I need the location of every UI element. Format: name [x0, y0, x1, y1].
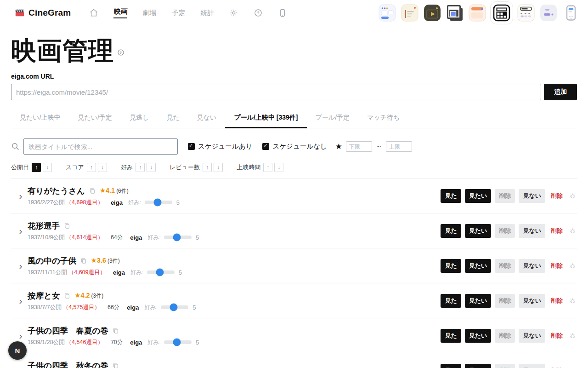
sort-desc-button[interactable]: ↓	[274, 163, 283, 172]
slider-handle[interactable]	[173, 339, 181, 346]
preference-slider[interactable]	[164, 340, 192, 344]
tab[interactable]: 見ない	[188, 108, 226, 128]
app-thumb-notes[interactable]	[400, 3, 419, 23]
expand-chevron-icon[interactable]	[17, 331, 25, 340]
sort-desc-button[interactable]: ↓	[98, 163, 107, 172]
app-thumb-video-player[interactable]	[423, 3, 442, 23]
preference-slider[interactable]	[147, 270, 175, 274]
watched-button[interactable]: 見た	[441, 294, 461, 308]
eiga-source-link[interactable]: eiga	[130, 339, 142, 346]
eiga-source-link[interactable]: eiga	[127, 304, 139, 311]
expand-chevron-icon[interactable]	[17, 296, 25, 305]
preference-slider[interactable]	[161, 305, 188, 309]
rating-min-input[interactable]	[346, 141, 372, 152]
not-watch-button[interactable]: 見ない	[519, 294, 545, 308]
add-button[interactable]: 追加	[544, 84, 577, 100]
title-search-input[interactable]	[23, 138, 178, 155]
remove-button[interactable]: 削除	[495, 294, 515, 308]
copy-icon[interactable]	[64, 223, 70, 229]
expand-chevron-icon[interactable]	[17, 226, 25, 236]
expand-chevron-icon[interactable]	[17, 191, 25, 201]
sort-desc-button[interactable]: ↓	[214, 163, 223, 172]
slider-handle[interactable]	[153, 199, 161, 207]
tab[interactable]: 見たい/上映中	[11, 108, 69, 128]
watched-button[interactable]: 見た	[441, 329, 461, 343]
not-watch-button[interactable]: 見ない	[519, 329, 545, 343]
app-thumb-browser[interactable]	[468, 3, 487, 23]
not-watch-button[interactable]: 見ない	[519, 189, 545, 203]
watched-button[interactable]: 見た	[441, 224, 461, 238]
tab[interactable]: 見た	[158, 108, 188, 128]
expand-chevron-icon[interactable]	[17, 261, 25, 270]
delete-button[interactable]: 削除	[549, 364, 565, 368]
remove-button[interactable]: 削除	[495, 224, 515, 238]
not-watch-button[interactable]: 見ない	[519, 224, 545, 238]
mobile-phone-icon[interactable]	[278, 8, 287, 17]
title-help-icon[interactable]: ?	[117, 49, 124, 56]
delete-button[interactable]: 削除	[549, 259, 565, 273]
want-to-watch-button[interactable]: 見たい	[465, 329, 492, 343]
eiga-url-input[interactable]	[11, 84, 541, 100]
tab[interactable]: プール/上映中 [339件]	[225, 108, 306, 128]
nav-item-movies[interactable]: 映画	[113, 7, 127, 18]
delete-button[interactable]: 削除	[549, 224, 565, 238]
eiga-source-link[interactable]: eiga	[111, 199, 123, 206]
copy-icon[interactable]	[80, 258, 87, 264]
copy-icon[interactable]	[64, 293, 70, 299]
bug-debug-icon[interactable]	[569, 332, 576, 339]
copy-icon[interactable]	[89, 188, 96, 194]
app-thumb-mobile[interactable]	[561, 3, 581, 23]
remove-button[interactable]: 削除	[495, 329, 515, 343]
remove-button[interactable]: 削除	[495, 189, 515, 203]
nav-item-stats[interactable]: 統計	[200, 9, 214, 17]
watched-button[interactable]: 見た	[441, 259, 461, 273]
nav-item-schedule[interactable]: 予定	[171, 9, 185, 17]
watched-button[interactable]: 見た	[441, 364, 461, 368]
want-to-watch-button[interactable]: 見たい	[465, 189, 492, 203]
want-to-watch-button[interactable]: 見たい	[465, 224, 492, 238]
remove-button[interactable]: 削除	[495, 364, 515, 368]
tab[interactable]: 見逃し	[121, 108, 158, 128]
delete-button[interactable]: 削除	[549, 189, 565, 203]
not-watch-button[interactable]: 見ない	[519, 259, 545, 273]
sort-asc-button[interactable]: ↑	[136, 163, 145, 172]
eiga-source-link[interactable]: eiga	[130, 234, 142, 241]
tab[interactable]: マッチ待ち	[358, 108, 408, 128]
settings-gear-icon[interactable]	[229, 8, 238, 17]
sort-asc-button[interactable]: ↑	[203, 163, 212, 172]
bug-debug-icon[interactable]	[569, 262, 576, 269]
want-to-watch-button[interactable]: 見たい	[465, 364, 492, 368]
copy-icon[interactable]	[113, 328, 119, 334]
app-thumb-table[interactable]	[516, 3, 536, 23]
app-thumb-cards[interactable]	[539, 3, 558, 23]
tab[interactable]: プール/予定	[307, 108, 359, 128]
sort-asc-button[interactable]: ↑	[87, 163, 96, 172]
checkbox-schedule-yes[interactable]: スケジュールあり	[188, 142, 252, 151]
sort-desc-button[interactable]: ↓	[147, 163, 156, 172]
slider-handle[interactable]	[170, 304, 178, 311]
want-to-watch-button[interactable]: 見たい	[465, 294, 492, 308]
bug-debug-icon[interactable]	[569, 227, 576, 234]
preference-slider[interactable]	[164, 236, 192, 239]
slider-handle[interactable]	[156, 269, 164, 276]
copy-icon[interactable]	[113, 362, 119, 368]
preference-slider[interactable]	[145, 201, 172, 204]
slider-handle[interactable]	[173, 234, 181, 242]
sort-desc-button[interactable]: ↓	[43, 163, 52, 172]
bug-debug-icon[interactable]	[569, 192, 576, 199]
home-icon[interactable]	[89, 8, 98, 17]
nav-item-theaters[interactable]: 劇場	[142, 9, 156, 17]
tab[interactable]: 見たい/予定	[69, 108, 121, 128]
want-to-watch-button[interactable]: 見たい	[465, 259, 492, 273]
delete-button[interactable]: 削除	[549, 294, 565, 308]
floating-badge[interactable]: N	[8, 341, 27, 360]
app-thumb-grid-active[interactable]	[490, 1, 513, 24]
sort-asc-button[interactable]: ↑	[32, 163, 41, 172]
bug-debug-icon[interactable]	[569, 297, 576, 304]
checkbox-schedule-no[interactable]: スケジュールなし	[262, 142, 327, 151]
eiga-source-link[interactable]: eiga	[113, 269, 125, 276]
not-watch-button[interactable]: 見ない	[519, 364, 545, 368]
remove-button[interactable]: 削除	[495, 259, 515, 273]
watched-button[interactable]: 見た	[441, 189, 461, 203]
delete-button[interactable]: 削除	[549, 329, 565, 343]
